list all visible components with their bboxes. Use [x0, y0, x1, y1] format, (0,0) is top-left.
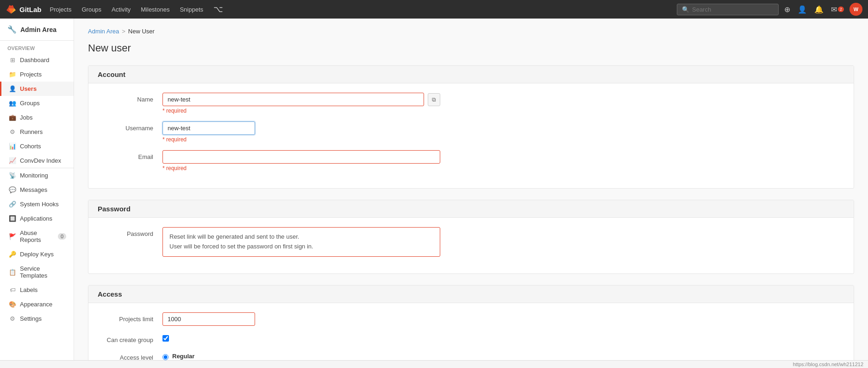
email-input[interactable] [162, 150, 440, 164]
search-icon: 🔍 [682, 6, 689, 13]
sidebar-item-users[interactable]: 👤 Users [0, 82, 74, 96]
sidebar-label-service-templates: Service Templates [20, 265, 66, 279]
wrench-icon: 🔧 [7, 25, 17, 34]
sidebar-item-jobs[interactable]: 💼 Jobs [0, 110, 74, 125]
projects-limit-label: Projects limit [98, 312, 153, 323]
sidebar-label-groups: Groups [20, 100, 40, 107]
flag-icon: 🚩 [9, 233, 16, 240]
name-copy-button[interactable]: ⧉ [428, 93, 440, 106]
can-create-group-wrap [162, 333, 440, 342]
email-control-wrap: required [162, 150, 440, 171]
projects-limit-input[interactable] [162, 312, 255, 326]
account-section-header: Account [88, 66, 854, 83]
can-create-group-form-group: Can create group [98, 333, 844, 343]
password-info-box: Reset link will be generated and sent to… [162, 227, 440, 257]
sidebar-header: 🔧 Admin Area [0, 19, 74, 41]
sidebar-item-monitoring[interactable]: 📡 Monitoring [0, 168, 74, 183]
password-info-line2: User will be forced to set the password … [169, 242, 433, 252]
sidebar-item-appearance[interactable]: 🎨 Appearance [0, 297, 74, 311]
search-input[interactable] [692, 6, 774, 13]
breadcrumb-sep: > [122, 28, 125, 35]
sidebar-item-groups[interactable]: 👥 Groups [0, 96, 74, 110]
page-title: New user [88, 42, 854, 54]
nav-fork-icon[interactable]: ⌥ [209, 2, 228, 16]
name-input[interactable] [162, 93, 424, 106]
can-create-group-checkbox-wrap [162, 333, 440, 342]
sidebar-item-messages[interactable]: 💬 Messages [0, 183, 74, 197]
breadcrumb-parent[interactable]: Admin Area [88, 28, 119, 35]
sidebar-item-deploy-keys[interactable]: 🔑 Deploy Keys [0, 247, 74, 261]
sidebar-item-applications[interactable]: 🔲 Applications [0, 211, 74, 226]
sidebar-item-dashboard[interactable]: ⊞ Dashboard [0, 53, 74, 67]
template-icon: 📋 [9, 269, 16, 276]
sidebar-item-runners[interactable]: ⚙ Runners [0, 125, 74, 139]
account-section: Account Name ⧉ required Username [88, 65, 854, 189]
nav-milestones[interactable]: Milestones [136, 4, 174, 15]
can-create-group-checkbox[interactable] [162, 335, 169, 342]
email-form-group: Email required [98, 150, 844, 171]
status-bar: https://blog.csdn.net/wh211212 [0, 360, 868, 368]
user-avatar[interactable]: W [849, 3, 862, 16]
sidebar-label-system-hooks: System Hooks [20, 201, 59, 208]
sidebar-label-abuse-reports: Abuse Reports [20, 229, 54, 243]
nav-projects[interactable]: Projects [45, 4, 76, 15]
password-label: Password [98, 227, 153, 237]
app-icon: 🔲 [9, 215, 16, 222]
username-form-group: Username required [98, 121, 844, 143]
sidebar-item-projects[interactable]: 📁 Projects [0, 67, 74, 82]
plus-button[interactable]: ⊕ [782, 3, 792, 16]
name-label: Name [98, 93, 153, 103]
sidebar-label-messages: Messages [20, 186, 47, 193]
nav-links: Projects Groups Activity Milestones Snip… [45, 2, 228, 16]
username-required: required [162, 136, 844, 143]
runners-icon: ⚙ [9, 128, 16, 135]
user-n-icon[interactable]: 🔔 [812, 3, 825, 16]
sidebar-label-appearance: Appearance [20, 301, 52, 308]
main-content: Admin Area > New User New user Account N… [74, 19, 868, 368]
book-icon: 📁 [9, 71, 16, 78]
username-input[interactable] [162, 121, 255, 135]
sidebar-item-labels[interactable]: 🏷 Labels [0, 283, 74, 297]
brand-logo[interactable]: GitLab [6, 4, 42, 15]
radio-regular-label: Regular [172, 353, 308, 360]
username-control-wrap: required [162, 121, 844, 143]
jobs-icon: 💼 [9, 114, 16, 121]
user-d-icon[interactable]: 👤 [796, 3, 809, 16]
sidebar-section-overview: Overview [0, 41, 74, 53]
sidebar-item-convdev[interactable]: 📈 ConvDev Index [0, 153, 74, 168]
radio-regular[interactable] [162, 354, 169, 360]
sidebar-label-cohorts: Cohorts [20, 143, 41, 150]
sidebar-item-service-templates[interactable]: 📋 Service Templates [0, 261, 74, 283]
label-icon: 🏷 [9, 286, 16, 293]
abuse-reports-badge: 0 [58, 233, 66, 240]
top-navbar: GitLab Projects Groups Activity Mileston… [0, 0, 868, 19]
nav-snippets[interactable]: Snippets [175, 4, 208, 15]
name-form-group: Name ⧉ required [98, 93, 844, 114]
mail-icon[interactable]: ✉2 [829, 3, 846, 16]
sidebar-label-runners: Runners [20, 128, 43, 135]
hook-icon: 🔗 [9, 201, 16, 208]
name-required: required [162, 108, 440, 114]
sidebar-label-jobs: Jobs [20, 114, 32, 121]
sidebar-item-abuse-reports[interactable]: 🚩 Abuse Reports 0 [0, 226, 74, 247]
cohorts-icon: 📊 [9, 143, 16, 150]
sidebar-label-deploy-keys: Deploy Keys [20, 251, 54, 258]
sidebar-item-cohorts[interactable]: 📊 Cohorts [0, 139, 74, 153]
layout: 🔧 Admin Area Overview ⊞ Dashboard 📁 Proj… [0, 19, 868, 368]
nav-right: 🔍 ⊕ 👤 🔔 ✉2 W [677, 3, 862, 16]
monitoring-icon: 📡 [9, 172, 16, 179]
name-input-row: ⧉ [162, 93, 440, 106]
password-form-group: Password Reset link will be generated an… [98, 227, 844, 257]
nav-activity[interactable]: Activity [107, 4, 135, 15]
group-icon: 👥 [9, 100, 16, 107]
nav-groups[interactable]: Groups [77, 4, 106, 15]
access-section-header: Access [88, 286, 854, 303]
can-create-group-label: Can create group [98, 333, 153, 343]
sidebar-label-projects: Projects [20, 71, 42, 78]
search-box[interactable]: 🔍 [677, 4, 779, 15]
gitlab-logo-icon [6, 4, 17, 15]
sidebar-item-system-hooks[interactable]: 🔗 System Hooks [0, 197, 74, 211]
breadcrumb-current: New User [128, 28, 155, 35]
messages-icon: 💬 [9, 186, 16, 193]
sidebar-item-settings[interactable]: ⚙ Settings [0, 311, 74, 326]
